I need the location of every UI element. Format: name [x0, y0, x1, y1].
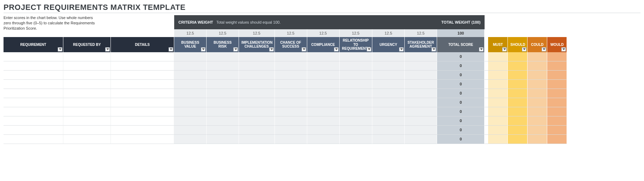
- cell-details[interactable]: [111, 135, 174, 144]
- cell-criteria[interactable]: [239, 71, 275, 80]
- cell-must[interactable]: [488, 52, 508, 61]
- cell-would[interactable]: [547, 71, 567, 80]
- cell-criteria[interactable]: [340, 71, 373, 80]
- cell-criteria[interactable]: [239, 116, 275, 126]
- cell-should[interactable]: [508, 126, 528, 135]
- cell-requested-by[interactable]: [63, 135, 111, 144]
- cell-details[interactable]: [111, 71, 174, 80]
- cell-must[interactable]: [488, 135, 508, 144]
- cell-details[interactable]: [111, 52, 174, 61]
- weight-cell[interactable]: 12.5: [307, 29, 340, 37]
- cell-criteria[interactable]: [174, 126, 207, 135]
- cell-must[interactable]: [488, 116, 508, 126]
- cell-criteria[interactable]: [405, 71, 437, 80]
- weight-cell[interactable]: 12.5: [340, 29, 373, 37]
- filter-icon[interactable]: [233, 47, 238, 52]
- cell-would[interactable]: [547, 107, 567, 116]
- cell-criteria[interactable]: [405, 61, 437, 71]
- filter-icon[interactable]: [201, 47, 206, 52]
- cell-could[interactable]: [528, 116, 547, 126]
- cell-criteria[interactable]: [405, 98, 437, 107]
- cell-would[interactable]: [547, 116, 567, 126]
- cell-requested-by[interactable]: [63, 61, 111, 71]
- cell-criteria[interactable]: [174, 80, 207, 89]
- cell-criteria[interactable]: [239, 126, 275, 135]
- cell-criteria[interactable]: [340, 80, 373, 89]
- cell-criteria[interactable]: [405, 89, 437, 98]
- cell-criteria[interactable]: [307, 71, 340, 80]
- weight-cell[interactable]: 12.5: [405, 29, 437, 37]
- cell-requirement[interactable]: [4, 126, 63, 135]
- cell-should[interactable]: [508, 80, 528, 89]
- filter-icon[interactable]: [399, 47, 404, 52]
- cell-details[interactable]: [111, 116, 174, 126]
- cell-criteria[interactable]: [405, 126, 437, 135]
- cell-criteria[interactable]: [207, 98, 239, 107]
- cell-requested-by[interactable]: [63, 89, 111, 98]
- cell-criteria[interactable]: [307, 61, 340, 71]
- cell-criteria[interactable]: [275, 135, 307, 144]
- cell-could[interactable]: [528, 61, 547, 71]
- cell-requirement[interactable]: [4, 116, 63, 126]
- filter-icon[interactable]: [542, 47, 546, 52]
- cell-should[interactable]: [508, 135, 528, 144]
- cell-criteria[interactable]: [307, 126, 340, 135]
- filter-icon[interactable]: [334, 47, 339, 52]
- cell-criteria[interactable]: [275, 107, 307, 116]
- cell-must[interactable]: [488, 80, 508, 89]
- cell-must[interactable]: [488, 107, 508, 116]
- cell-criteria[interactable]: [275, 80, 307, 89]
- cell-criteria[interactable]: [307, 107, 340, 116]
- cell-criteria[interactable]: [239, 98, 275, 107]
- cell-criteria[interactable]: [275, 98, 307, 107]
- cell-criteria[interactable]: [174, 61, 207, 71]
- cell-criteria[interactable]: [275, 116, 307, 126]
- cell-criteria[interactable]: [207, 89, 239, 98]
- cell-requirement[interactable]: [4, 52, 63, 61]
- sort-icon[interactable]: [479, 47, 484, 52]
- cell-requirement[interactable]: [4, 89, 63, 98]
- cell-criteria[interactable]: [275, 89, 307, 98]
- cell-criteria[interactable]: [239, 80, 275, 89]
- cell-criteria[interactable]: [372, 52, 405, 61]
- cell-requirement[interactable]: [4, 135, 63, 144]
- cell-criteria[interactable]: [174, 135, 207, 144]
- cell-requested-by[interactable]: [63, 98, 111, 107]
- cell-criteria[interactable]: [372, 126, 405, 135]
- cell-criteria[interactable]: [207, 80, 239, 89]
- cell-must[interactable]: [488, 126, 508, 135]
- cell-criteria[interactable]: [174, 89, 207, 98]
- cell-criteria[interactable]: [307, 52, 340, 61]
- cell-criteria[interactable]: [372, 135, 405, 144]
- cell-criteria[interactable]: [275, 126, 307, 135]
- cell-criteria[interactable]: [405, 107, 437, 116]
- cell-criteria[interactable]: [307, 116, 340, 126]
- filter-icon[interactable]: [58, 47, 62, 52]
- cell-details[interactable]: [111, 107, 174, 116]
- cell-criteria[interactable]: [372, 89, 405, 98]
- cell-criteria[interactable]: [340, 61, 373, 71]
- cell-criteria[interactable]: [239, 135, 275, 144]
- cell-criteria[interactable]: [405, 52, 437, 61]
- cell-criteria[interactable]: [372, 71, 405, 80]
- weight-cell[interactable]: 12.5: [239, 29, 275, 37]
- cell-criteria[interactable]: [174, 98, 207, 107]
- cell-must[interactable]: [488, 61, 508, 71]
- filter-icon[interactable]: [522, 47, 526, 52]
- cell-should[interactable]: [508, 52, 528, 61]
- cell-criteria[interactable]: [372, 98, 405, 107]
- cell-criteria[interactable]: [207, 52, 239, 61]
- cell-would[interactable]: [547, 52, 567, 61]
- cell-criteria[interactable]: [405, 135, 437, 144]
- cell-could[interactable]: [528, 126, 547, 135]
- cell-requirement[interactable]: [4, 80, 63, 89]
- cell-requested-by[interactable]: [63, 71, 111, 80]
- cell-criteria[interactable]: [239, 107, 275, 116]
- cell-could[interactable]: [528, 52, 547, 61]
- cell-requested-by[interactable]: [63, 116, 111, 126]
- cell-criteria[interactable]: [239, 61, 275, 71]
- weight-cell[interactable]: 12.5: [275, 29, 307, 37]
- filter-icon[interactable]: [502, 47, 507, 52]
- cell-criteria[interactable]: [174, 71, 207, 80]
- cell-could[interactable]: [528, 89, 547, 98]
